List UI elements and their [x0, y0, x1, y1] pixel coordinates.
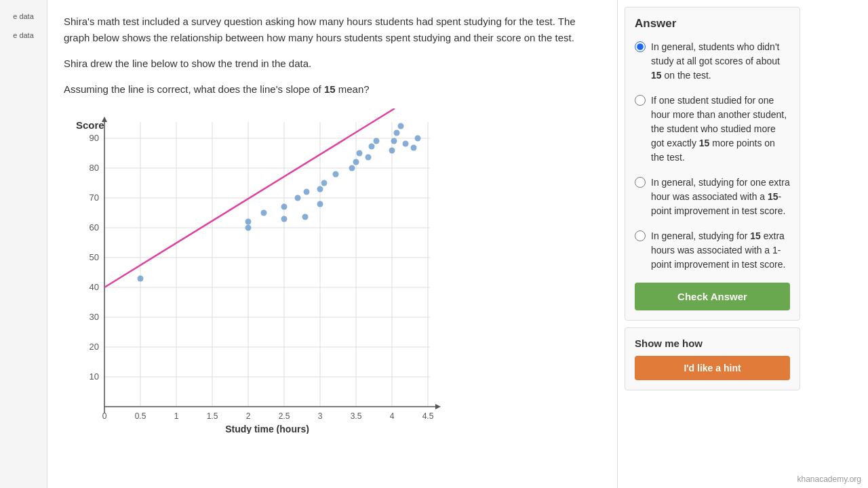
- answer-option-4[interactable]: In general, studying for 15 extra hours …: [635, 229, 790, 272]
- svg-text:20: 20: [90, 342, 99, 352]
- svg-point-61: [369, 144, 375, 150]
- svg-point-66: [398, 123, 404, 129]
- svg-point-58: [353, 159, 359, 165]
- svg-text:2.5: 2.5: [279, 411, 290, 421]
- svg-point-68: [411, 145, 417, 151]
- svg-point-64: [391, 138, 397, 144]
- hint-button[interactable]: I'd like a hint: [635, 356, 790, 380]
- sidebar: e data e data: [0, 0, 47, 488]
- svg-point-53: [317, 201, 323, 207]
- radio-label-4: In general, studying for 15 extra hours …: [651, 229, 790, 272]
- svg-text:4.5: 4.5: [422, 411, 434, 421]
- question-paragraph-1: Shira's math test included a survey ques…: [64, 14, 601, 46]
- radio-label-1: In general, students who didn't study at…: [651, 40, 790, 83]
- svg-point-63: [389, 148, 395, 154]
- svg-text:2: 2: [246, 411, 251, 421]
- svg-point-54: [317, 186, 323, 192]
- answer-panel: Answer In general, students who didn't s…: [617, 0, 807, 488]
- svg-text:60: 60: [90, 222, 99, 232]
- sidebar-item-2[interactable]: e data: [0, 26, 47, 45]
- radio-label-3: In general, studying for one extra hour …: [651, 176, 790, 218]
- main-content: Shira's math test included a survey ques…: [47, 0, 617, 488]
- answer-option-1[interactable]: In general, students who didn't study at…: [635, 40, 790, 83]
- svg-text:50: 50: [90, 252, 99, 262]
- answer-option-2[interactable]: If one student studied for one hour more…: [635, 94, 790, 165]
- svg-text:90: 90: [90, 133, 99, 143]
- radio-option-2[interactable]: [635, 95, 646, 106]
- svg-text:0: 0: [102, 411, 107, 421]
- answer-title: Answer: [635, 17, 790, 30]
- svg-text:4: 4: [390, 411, 395, 421]
- check-answer-button[interactable]: Check Answer: [635, 283, 790, 310]
- svg-point-69: [415, 136, 421, 142]
- svg-point-47: [261, 210, 267, 216]
- svg-point-46: [245, 219, 252, 225]
- radio-option-1[interactable]: [635, 41, 646, 52]
- svg-marker-31: [435, 404, 441, 409]
- svg-point-62: [374, 138, 380, 144]
- radio-option-3[interactable]: [635, 177, 646, 188]
- svg-point-48: [281, 216, 288, 222]
- svg-point-67: [403, 141, 409, 147]
- svg-point-51: [304, 189, 310, 195]
- svg-text:3: 3: [318, 411, 323, 421]
- svg-point-50: [295, 195, 301, 201]
- svg-point-59: [357, 150, 363, 157]
- svg-text:0.5: 0.5: [135, 411, 146, 421]
- question-paragraph-3: Assuming the line is correct, what does …: [64, 81, 601, 98]
- svg-text:80: 80: [90, 163, 99, 173]
- svg-text:70: 70: [90, 192, 99, 203]
- svg-point-56: [333, 171, 339, 178]
- chart-container: Score: [64, 108, 457, 441]
- question-suffix: mean?: [336, 83, 370, 95]
- svg-text:1: 1: [174, 411, 179, 421]
- svg-text:1.5: 1.5: [207, 411, 218, 421]
- radio-label-2: If one student studied for one hour more…: [651, 94, 790, 165]
- question-prefix: Assuming the line is correct, what does …: [64, 83, 324, 95]
- question-paragraph-2: Shira drew the line below to show the tr…: [64, 56, 601, 72]
- answer-option-3[interactable]: In general, studying for one extra hour …: [635, 176, 790, 218]
- svg-text:10: 10: [90, 371, 99, 382]
- radio-option-4[interactable]: [635, 230, 646, 241]
- svg-point-52: [302, 214, 309, 220]
- answer-section: Answer In general, students who didn't s…: [625, 7, 800, 321]
- scatter-chart: Score: [64, 108, 443, 434]
- svg-point-65: [394, 130, 400, 136]
- svg-point-49: [281, 204, 288, 210]
- svg-point-45: [245, 225, 252, 231]
- svg-point-57: [349, 165, 355, 171]
- svg-text:Study time (hours): Study time (hours): [225, 424, 309, 434]
- svg-text:3.5: 3.5: [351, 411, 362, 421]
- hint-section: Show me how I'd like a hint: [625, 327, 800, 390]
- watermark: khanacademy.org: [797, 474, 862, 484]
- sidebar-item-1[interactable]: e data: [0, 7, 47, 26]
- svg-text:30: 30: [90, 312, 99, 322]
- svg-point-44: [138, 276, 144, 282]
- svg-point-55: [321, 180, 328, 186]
- y-axis-label: Score: [76, 119, 104, 131]
- svg-point-60: [366, 155, 372, 161]
- hint-title: Show me how: [635, 338, 790, 349]
- svg-text:40: 40: [90, 282, 99, 292]
- slope-value: 15: [324, 83, 336, 95]
